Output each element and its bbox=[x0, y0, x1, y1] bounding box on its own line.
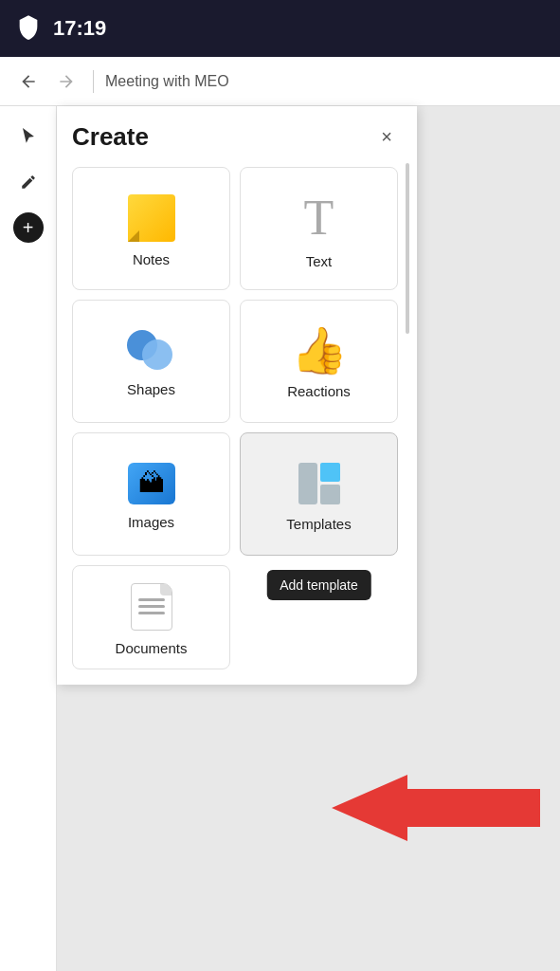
templates-icon bbox=[297, 461, 342, 506]
main-area: + Create × Notes T Text bbox=[0, 106, 560, 971]
add-template-tooltip: Add template bbox=[266, 570, 371, 600]
notes-label: Notes bbox=[133, 251, 170, 267]
documents-icon bbox=[131, 583, 172, 631]
close-button[interactable]: × bbox=[371, 121, 402, 152]
images-item[interactable]: Images bbox=[72, 432, 230, 556]
documents-item[interactable]: Documents bbox=[72, 565, 230, 669]
images-label: Images bbox=[128, 514, 174, 530]
pen-tool[interactable] bbox=[9, 163, 47, 201]
cursor-tool[interactable] bbox=[9, 118, 47, 156]
nav-bar: Meeting with MEO bbox=[0, 57, 560, 106]
notes-icon bbox=[128, 194, 175, 242]
left-sidebar: + bbox=[0, 106, 57, 971]
items-grid: Notes T Text Shapes bbox=[72, 167, 402, 669]
nav-divider bbox=[93, 70, 94, 93]
text-icon: T bbox=[296, 192, 343, 244]
panel-header: Create × bbox=[72, 121, 402, 152]
svg-marker-0 bbox=[332, 775, 540, 841]
nav-title: Meeting with MEO bbox=[105, 73, 229, 90]
plus-icon: + bbox=[23, 217, 34, 239]
panel-title: Create bbox=[72, 122, 149, 152]
back-button[interactable] bbox=[13, 66, 44, 97]
reactions-label: Reactions bbox=[287, 383, 351, 399]
status-time: 17:19 bbox=[53, 16, 106, 41]
create-panel: Create × Notes T Text bbox=[57, 106, 417, 685]
images-icon bbox=[128, 463, 175, 504]
templates-label: Templates bbox=[286, 516, 351, 532]
documents-label: Documents bbox=[116, 640, 188, 656]
shapes-item[interactable]: Shapes bbox=[72, 300, 230, 423]
shapes-label: Shapes bbox=[127, 381, 175, 397]
reactions-icon: 👍 bbox=[291, 328, 348, 374]
red-arrow bbox=[332, 770, 540, 850]
text-label: Text bbox=[306, 253, 333, 269]
add-tool[interactable]: + bbox=[13, 212, 44, 243]
text-item[interactable]: T Text bbox=[240, 167, 398, 290]
status-bar: 17:19 bbox=[0, 0, 560, 57]
notes-item[interactable]: Notes bbox=[72, 167, 230, 290]
shapes-icon bbox=[127, 330, 176, 372]
templates-item[interactable]: Templates Add template bbox=[240, 432, 398, 556]
canvas-area: Create × Notes T Text bbox=[57, 106, 560, 971]
forward-button[interactable] bbox=[51, 66, 81, 97]
shield-icon bbox=[15, 13, 42, 44]
reactions-item[interactable]: 👍 Reactions bbox=[240, 300, 398, 423]
scroll-indicator bbox=[406, 163, 409, 334]
